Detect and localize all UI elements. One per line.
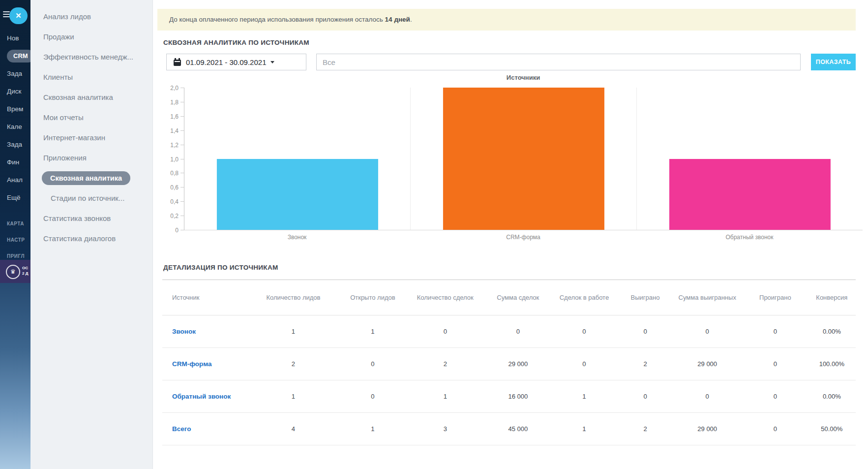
table-cell: 0 <box>743 348 808 380</box>
table-cell: 100.00% <box>808 348 856 380</box>
rail-footer-item-0[interactable]: КАРТА <box>0 216 30 232</box>
rail-footer-item-1[interactable]: НАСТР <box>0 232 30 248</box>
x-axis-label: CRM-форма <box>410 234 636 241</box>
table-cell: 2 <box>245 348 341 380</box>
license-badge-text: ос 2 д <box>22 265 28 276</box>
trial-period-banner: До конца оплаченного периода использован… <box>157 9 856 31</box>
sidebar-item-1[interactable]: Продажи <box>43 32 74 41</box>
table-cell: 0 <box>672 380 743 413</box>
table-cell: 2 <box>404 348 486 380</box>
table-cell: 29 000 <box>672 348 743 380</box>
close-menu-button[interactable]: ✕ <box>9 7 28 24</box>
chart-title: Источники <box>184 74 863 81</box>
show-button[interactable]: ПОКАЗАТЬ <box>811 54 856 70</box>
bar-Звонок <box>216 159 378 230</box>
x-axis-label: Звонок <box>184 234 410 241</box>
bar-CRM-форма <box>443 88 604 230</box>
table-cell: 1 <box>404 380 486 413</box>
column-header-7: Сумма выигранных <box>672 280 743 315</box>
rail-background-photo <box>0 283 30 469</box>
table-cell: 1 <box>245 315 341 348</box>
x-axis-labels: ЗвонокCRM-формаОбратный звонок <box>184 234 863 241</box>
rail-item-3[interactable]: Диск <box>0 83 30 100</box>
rail-item-5[interactable]: Кале <box>0 118 30 136</box>
table-cell: 0 <box>672 315 743 348</box>
page-title: СКВОЗНАЯ АНАЛИТИКА ПО ИСТОЧНИКАМ <box>163 39 309 46</box>
table-cell: 0 <box>550 315 619 348</box>
table-cell: 29 000 <box>672 413 743 445</box>
rail-menu: НовCRMЗадаДискВремКалеЗадаФинАналЕщё <box>0 30 30 207</box>
rail-item-7[interactable]: Фин <box>0 154 30 171</box>
rail-item-6[interactable]: Зада <box>0 136 30 154</box>
column-header-8: Проиграно <box>743 280 808 315</box>
column-header-2: Открыто лидов <box>341 280 404 315</box>
table-cell: 0 <box>341 380 404 413</box>
source-link[interactable]: Всего <box>172 425 191 433</box>
table-cell: 0 <box>619 315 672 348</box>
column-header-3: Количество сделок <box>404 280 486 315</box>
source-filter-input[interactable] <box>316 54 801 70</box>
table-cell: 1 <box>550 413 619 445</box>
banner-days-left: 14 дней <box>385 16 410 23</box>
submenu-list: Анализ лидовПродажиЭффективность менедж.… <box>30 0 152 249</box>
source-link[interactable]: Обратный звонок <box>172 393 231 400</box>
sidebar-item-9[interactable]: Стадии по источник... <box>51 194 124 202</box>
table-row: CRM-форма20229 0000229 0000100.00% <box>162 348 856 380</box>
table-cell: 0.00% <box>808 380 856 413</box>
table-cell: 45 000 <box>486 413 550 445</box>
license-badge[interactable]: ♛ ос 2 д <box>0 260 30 283</box>
sidebar-item-0[interactable]: Анализ лидов <box>43 12 91 21</box>
sidebar-item-4[interactable]: Сквозная аналитика <box>43 93 113 101</box>
sidebar-item-7[interactable]: Приложения <box>43 154 87 162</box>
rail-item-9[interactable]: Ещё <box>0 189 30 207</box>
table-cell: 29 000 <box>486 348 550 380</box>
column-header-4: Сумма сделок <box>486 280 550 315</box>
app-window: ✕ НовCRMЗадаДискВремКалеЗадаФинАналЕщё К… <box>0 0 868 469</box>
table-cell: 16 000 <box>486 380 550 413</box>
table-cell: 0 <box>619 380 672 413</box>
rail-item-8[interactable]: Анал <box>0 171 30 189</box>
table-cell: 1 <box>341 315 404 348</box>
source-link[interactable]: CRM-форма <box>172 360 212 368</box>
table-header-row: ИсточникКоличество лидовОткрыто лидовКол… <box>162 280 856 315</box>
left-rail: ✕ НовCRMЗадаДискВремКалеЗадаФинАналЕщё К… <box>0 0 30 469</box>
x-axis-label: Обратный звонок <box>636 234 863 241</box>
banner-text: До конца оплаченного периода использован… <box>169 16 385 23</box>
table-cell: 0 <box>341 348 404 380</box>
date-range-value: 01.09.2021 - 30.09.2021 <box>186 58 266 66</box>
sidebar-item-11[interactable]: Статистика диалогов <box>43 234 116 243</box>
bar-Обратный звонок <box>669 159 830 230</box>
table-cell: 1 <box>245 380 341 413</box>
hamburger-menu-icon[interactable] <box>3 11 10 17</box>
table-cell: 0 <box>404 315 486 348</box>
y-axis: 2,01,81,61,41,21,00,80,60,40,20 <box>163 88 184 230</box>
column-header-1: Количество лидов <box>245 280 341 315</box>
sidebar-item-10[interactable]: Статистика звонков <box>43 214 111 222</box>
sidebar-item-2[interactable]: Эффективность менедж... <box>43 53 133 61</box>
table-row: Всего41345 0001229 000050.00% <box>162 413 856 445</box>
table-cell: 0 <box>550 348 619 380</box>
table-body: Звонок110000000.00%CRM-форма20229 000022… <box>162 315 856 445</box>
table-cell: 3 <box>404 413 486 445</box>
table-row: Звонок110000000.00% <box>162 315 856 348</box>
table-cell: 1 <box>550 380 619 413</box>
sidebar-item-8[interactable]: Сквозная аналитика <box>42 171 130 185</box>
sidebar-item-3[interactable]: Клиенты <box>43 73 73 81</box>
plot-area <box>184 88 863 230</box>
rail-item-2[interactable]: Зада <box>0 65 30 83</box>
sidebar-item-5[interactable]: Мои отчеты <box>43 113 84 122</box>
rail-item-0[interactable]: Нов <box>0 30 30 47</box>
sources-detail-table: ИсточникКоличество лидовОткрыто лидовКол… <box>162 280 856 445</box>
date-range-picker[interactable]: 01.09.2021 - 30.09.2021 <box>166 54 306 70</box>
table-cell: 4 <box>245 413 341 445</box>
column-header-5: Сделок в работе <box>550 280 619 315</box>
sidebar-item-6[interactable]: Интернет-магазин <box>43 133 105 142</box>
column-header-6: Выиграно <box>619 280 672 315</box>
table-cell: 0 <box>743 315 808 348</box>
rail-item-1[interactable]: CRM <box>7 50 30 63</box>
chart-category-slot <box>636 88 863 230</box>
detail-section-title: ДЕТАЛИЗАЦИЯ ПО ИСТОЧНИКАМ <box>163 264 278 271</box>
rail-item-4[interactable]: Врем <box>0 100 30 118</box>
table-cell: 1 <box>341 413 404 445</box>
source-link[interactable]: Звонок <box>172 328 196 335</box>
